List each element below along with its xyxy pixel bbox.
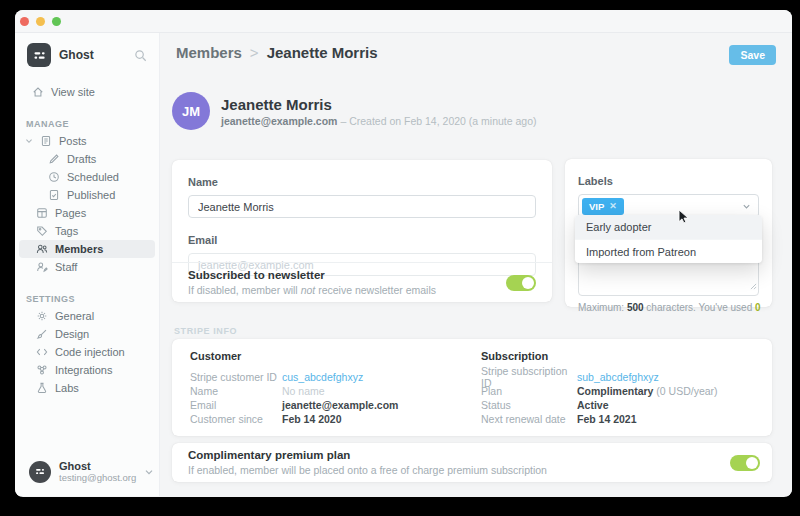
sidebar-item-members[interactable]: Members	[19, 240, 155, 258]
page-title: Jeanette Morris	[267, 44, 378, 61]
window-titlebar	[15, 10, 792, 33]
close-window-button[interactable]	[20, 17, 29, 26]
sidebar-item-label: Drafts	[67, 153, 96, 165]
sidebar-item-label: Integrations	[55, 364, 112, 376]
integrations-icon	[36, 364, 48, 376]
chevron-down-icon[interactable]	[25, 137, 33, 145]
status-value: Active	[577, 399, 609, 411]
sidebar-item-integrations[interactable]: Integrations	[19, 361, 155, 379]
member-meta: jeanette@example.com – Created on Feb 14…	[221, 115, 537, 127]
breadcrumb: Members > Jeanette Morris	[176, 44, 378, 61]
complimentary-plan-card: Complimentary premium plan If enabled, m…	[172, 443, 772, 482]
resize-handle-icon[interactable]	[750, 276, 757, 294]
sidebar-item-label: Scheduled	[67, 171, 119, 183]
customer-since-value: Feb 14 2020	[282, 413, 342, 425]
staff-icon	[36, 261, 48, 273]
drafts-icon	[48, 153, 60, 165]
newsletter-toggle[interactable]	[506, 275, 536, 291]
customer-heading: Customer	[190, 350, 481, 362]
complimentary-description: If enabled, member will be placed onto a…	[188, 464, 547, 476]
account-name: Ghost	[59, 460, 136, 472]
chevron-down-icon[interactable]	[742, 197, 751, 215]
member-name: Jeanette Morris	[221, 96, 537, 113]
complimentary-title: Complimentary premium plan	[188, 449, 547, 462]
sidebar-item-label: Staff	[55, 261, 77, 273]
stripe-customer-id-link[interactable]: cus_abcdefghxyz	[282, 371, 363, 383]
row-label: Email	[190, 399, 282, 411]
sidebar-item-staff[interactable]: Staff	[19, 258, 155, 276]
sidebar-item-label: Pages	[55, 207, 86, 219]
dropdown-option-imported-from-patreon[interactable]: Imported from Patreon	[575, 239, 762, 263]
row-label: Stripe customer ID	[190, 371, 282, 383]
newsletter-row: Subscribed to newsletter If disabled, me…	[172, 262, 552, 302]
home-icon	[32, 86, 44, 98]
sidebar-item-code-injection[interactable]: Code injection	[19, 343, 155, 361]
ghost-logo-icon[interactable]	[27, 43, 51, 67]
code-icon	[36, 346, 48, 358]
minimize-window-button[interactable]	[36, 17, 45, 26]
row-label: Status	[481, 399, 577, 411]
sidebar-item-posts[interactable]: Posts	[19, 132, 155, 150]
sidebar-item-label: Published	[67, 189, 115, 201]
section-title-manage: MANAGE	[15, 119, 159, 129]
name-input[interactable]	[188, 195, 536, 218]
newsletter-title: Subscribed to newsletter	[188, 269, 436, 282]
sidebar-item-tags[interactable]: Tags	[19, 222, 155, 240]
published-icon	[48, 189, 60, 201]
complimentary-toggle[interactable]	[730, 455, 760, 471]
stripe-info-card: Customer Stripe customer IDcus_abcdefghx…	[172, 339, 772, 436]
labels-dropdown: Early adopter Imported from Patreon	[575, 215, 762, 263]
section-title-settings: SETTINGS	[15, 294, 159, 304]
sidebar-item-label: Posts	[59, 135, 87, 147]
sidebar-account[interactable]: Ghost testing@ghost.org	[15, 450, 159, 496]
ghost-logo-icon	[29, 461, 51, 483]
sidebar-item-label: Code injection	[55, 346, 125, 358]
email-label: Email	[188, 234, 217, 246]
renewal-date-value: Feb 14 2021	[577, 413, 637, 425]
sidebar-item-published[interactable]: Published	[19, 186, 155, 204]
sidebar-item-label: Tags	[55, 225, 78, 237]
stripe-customer-column: Customer Stripe customer IDcus_abcdefghx…	[190, 350, 481, 436]
save-button[interactable]: Save	[729, 45, 776, 65]
label-tag-vip: VIP ✕	[582, 198, 624, 215]
view-site-label: View site	[51, 86, 95, 98]
member-created: – Created on Feb 14, 2020 (a minute ago)	[340, 115, 536, 127]
close-icon[interactable]: ✕	[609, 201, 617, 211]
sidebar-header: Ghost	[15, 33, 159, 67]
sidebar-item-labs[interactable]: Labs	[19, 379, 155, 397]
sidebar-item-drafts[interactable]: Drafts	[19, 150, 155, 168]
search-icon[interactable]	[134, 49, 147, 62]
plan-value: Complimentary (0 USD/year)	[577, 385, 718, 397]
pages-icon	[36, 207, 48, 219]
app-window: Ghost View site MANAGE Posts	[15, 10, 792, 497]
labels-card: Labels VIP ✕ Maximum: 500 cha	[565, 159, 772, 307]
row-label: Name	[190, 385, 282, 397]
app-name: Ghost	[59, 48, 94, 62]
zoom-window-button[interactable]	[52, 17, 61, 26]
sidebar-item-scheduled[interactable]: Scheduled	[19, 168, 155, 186]
sidebar-item-pages[interactable]: Pages	[19, 204, 155, 222]
stripe-subscription-id-link[interactable]: sub_abcdefghxyz	[577, 371, 659, 383]
chevron-down-icon[interactable]	[144, 467, 154, 477]
members-icon	[36, 243, 48, 255]
sidebar-item-general[interactable]: General	[19, 307, 155, 325]
breadcrumb-separator: >	[250, 44, 259, 61]
stripe-subscription-column: Subscription Stripe subscription IDsub_a…	[481, 350, 772, 436]
stripe-section-label: STRIPE INFO	[174, 326, 237, 336]
char-counter: Maximum: 500 characters. You've used 0	[578, 302, 759, 313]
row-label: Next renewal date	[481, 413, 577, 425]
newsletter-description: If disabled, member will not receive new…	[188, 284, 436, 296]
design-icon	[36, 328, 48, 340]
label-tag-text: VIP	[589, 201, 604, 212]
labs-icon	[36, 382, 48, 394]
main-content: Members > Jeanette Morris Save JM Jeanet…	[160, 33, 792, 496]
sidebar-item-label: Members	[55, 243, 103, 255]
dropdown-option-early-adopter[interactable]: Early adopter	[575, 215, 762, 239]
sidebar-item-view-site[interactable]: View site	[15, 83, 159, 101]
breadcrumb-members-link[interactable]: Members	[176, 44, 242, 61]
sidebar-item-label: Design	[55, 328, 89, 340]
customer-name-value: No name	[282, 385, 325, 397]
avatar: JM	[172, 92, 210, 130]
sidebar-item-design[interactable]: Design	[19, 325, 155, 343]
gear-icon	[36, 310, 48, 322]
